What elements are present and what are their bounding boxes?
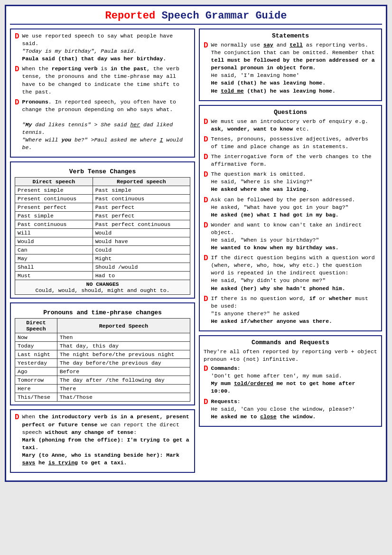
d-icon-q4: D — [204, 170, 208, 179]
table-row: Present continuousPast continuous — [15, 195, 190, 203]
table-row: Past continuousPast perfect continuous — [15, 220, 190, 229]
closing-section: D When the introductory verb is in a pre… — [10, 409, 195, 473]
d-icon-q7: D — [204, 254, 208, 263]
main-layout: D We use reported speech to say what peo… — [10, 28, 382, 477]
d-icon-q8: D — [204, 295, 208, 304]
page-title: Reported Speech Grammar Guide — [10, 10, 382, 25]
d-icon-statements: D — [204, 41, 208, 50]
table-row: TomorrowThe day after /the following day — [15, 376, 190, 385]
verb-tense-heading: Verb Tense Changes — [15, 168, 190, 175]
d-icon-closing: D — [15, 413, 19, 422]
table-row: Last nightThe night before/the previous … — [15, 350, 190, 359]
commands-intro: They're all often reported by reporting … — [204, 348, 377, 363]
d-icon-q5: D — [204, 196, 208, 205]
commands-text: Commands: 'Don't get home after ten', my… — [211, 365, 377, 395]
q-text-8: If there is no question word, if or whet… — [211, 295, 377, 325]
d-icon-commands: D — [204, 365, 208, 374]
col-direct-speech: DirectSpeech — [15, 319, 57, 333]
q-bullet-8: D If there is no question word, if or wh… — [204, 295, 377, 325]
closing-text: When the introductory verb is in a prese… — [22, 413, 190, 467]
table-row: WillWould — [15, 229, 190, 237]
col-reported-speech: Reported Speech — [57, 319, 190, 333]
table-row: This/TheseThat/Those — [15, 393, 190, 402]
d-icon-requests: D — [204, 398, 208, 407]
q-text-1: We must use an introductory verb of enqu… — [211, 118, 377, 133]
table-row: Present perfectPast perfect — [15, 203, 190, 212]
q-text-2: Tenses, pronouns, possessive adjectives,… — [211, 135, 377, 151]
requests-bullet: D Requests: He said, 'Can you close the … — [204, 398, 377, 421]
col-header-direct: Direct speech — [15, 178, 93, 186]
pronouns-table: DirectSpeech Reported Speech NowThen Tod… — [15, 318, 190, 402]
table-row: ShallShould /would — [15, 263, 190, 272]
table-row: WouldWould have — [15, 237, 190, 246]
q-bullet-3: D The interrogative form of the verb cha… — [204, 153, 377, 168]
table-row: TodayThat day, this day — [15, 342, 190, 350]
d-icon-q1: D — [204, 118, 208, 127]
title-prefix: Reported — [105, 10, 156, 22]
q-text-5: Ask can be followed by the person addres… — [211, 196, 355, 219]
table-row: Past simplePast perfect — [15, 212, 190, 220]
table-row: NowThen — [15, 333, 190, 342]
q-bullet-5: D Ask can be followed by the person addr… — [204, 196, 377, 219]
d-icon-3: D — [15, 98, 19, 107]
verb-tense-section: Verb Tense Changes Direct speech Reporte… — [10, 161, 195, 299]
commands-section: Commands and Requests They're all often … — [199, 335, 382, 427]
d-icon-1: D — [15, 32, 19, 41]
questions-title: Questions — [204, 109, 377, 116]
intro-text-2: When the reporting verb is in the past, … — [22, 65, 190, 95]
intro-text-3: Pronouns. In reported speech, you often … — [22, 98, 190, 152]
verb-tense-table: Direct speech Reported speech Present si… — [15, 177, 190, 295]
intro-bullet-1: D We use reported speech to say what peo… — [15, 32, 190, 63]
right-column: Statements D We normally use say and tel… — [199, 28, 382, 477]
intro-section: D We use reported speech to say what peo… — [10, 28, 195, 158]
q-bullet-4: D The question mark is omitted. He said,… — [204, 170, 377, 193]
header: Reported Speech Grammar Guide — [10, 10, 382, 25]
q-bullet-7: D If the direct question begins with a q… — [204, 254, 377, 292]
table-row: Present simplePast simple — [15, 186, 190, 195]
q-text-6: Wonder and want to know can't take an in… — [211, 221, 377, 252]
d-icon-2: D — [15, 65, 19, 74]
q-bullet-1: D We must use an introductory verb of en… — [204, 118, 377, 133]
q-bullet-6: D Wonder and want to know can't take an … — [204, 221, 377, 252]
intro-bullet-3: D Pronouns. In reported speech, you ofte… — [15, 98, 190, 152]
q-text-7: If the direct question begins with a que… — [211, 254, 377, 292]
statements-text: We normally use say and tell as reportin… — [211, 41, 377, 95]
q-text-3: The interrogative form of the verb chang… — [211, 153, 377, 168]
commands-title: Commands and Requests — [204, 339, 377, 346]
q-text-4: The question mark is omitted. He said, "… — [211, 170, 313, 193]
no-changes-row: NO CHANGES Could, would, should, might a… — [15, 280, 190, 295]
left-column: D We use reported speech to say what peo… — [10, 28, 195, 477]
d-icon-q6: D — [204, 221, 208, 230]
statements-bullet: D We normally use say and tell as report… — [204, 41, 377, 95]
intro-text-1: We use reported speech to say what peopl… — [22, 32, 190, 63]
requests-text: Requests: He said, 'Can you close the wi… — [211, 398, 355, 421]
questions-section: Questions D We must use an introductory … — [199, 105, 382, 331]
d-icon-q3: D — [204, 153, 208, 162]
page: Reported Speech Grammar Guide D We use r… — [5, 5, 387, 482]
title-suffix: Speech Grammar Guide — [155, 10, 287, 22]
q-bullet-2: D Tenses, pronouns, possessive adjective… — [204, 135, 377, 151]
pronouns-heading: Pronouns and time-phrase changes — [15, 309, 190, 316]
table-row: AgoBefore — [15, 367, 190, 376]
statements-section: Statements D We normally use say and tel… — [199, 28, 382, 101]
table-row: CanCould — [15, 246, 190, 254]
table-row: MayMight — [15, 254, 190, 263]
statements-title: Statements — [204, 32, 377, 39]
commands-bullet: D Commands: 'Don't get home after ten', … — [204, 365, 377, 395]
pronouns-section: Pronouns and time-phrase changes DirectS… — [10, 302, 195, 405]
table-row: HereThere — [15, 385, 190, 393]
closing-bullet: D When the introductory verb is in a pre… — [15, 413, 190, 467]
d-icon-q2: D — [204, 135, 208, 144]
table-row: MustHad to — [15, 272, 190, 280]
table-row: YesterdayThe day before/the previous day — [15, 359, 190, 367]
intro-bullet-2: D When the reporting verb is in the past… — [15, 65, 190, 95]
col-header-reported: Reported speech — [93, 178, 190, 186]
